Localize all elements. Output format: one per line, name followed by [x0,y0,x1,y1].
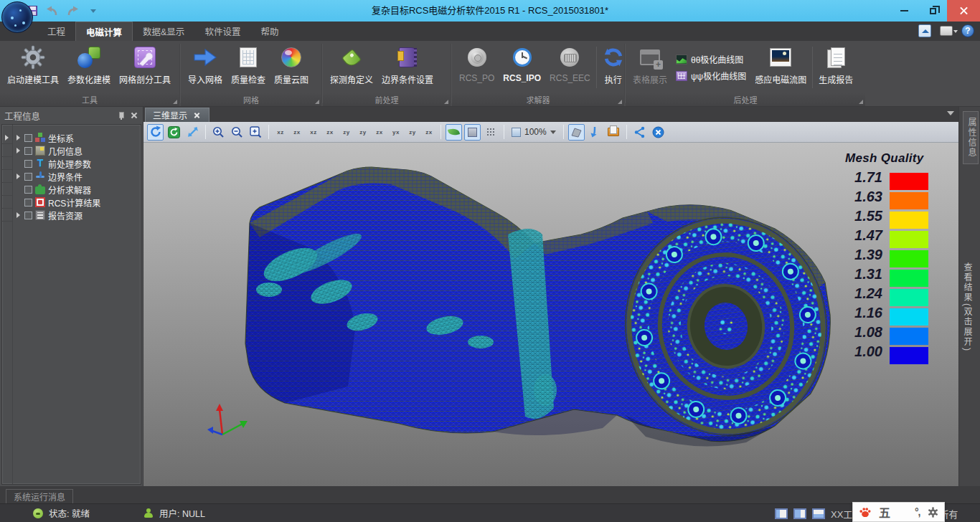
mesh-partition-tool-button[interactable]: 网格剖分工具 [115,42,175,92]
tab-view-results[interactable]: 查看结果(双击展开) [961,262,974,351]
tab-software-settings[interactable]: 软件设置 [194,22,250,41]
zoom-out-icon[interactable] [229,124,245,141]
view-zx-back-icon[interactable]: zx [323,124,337,141]
minimize-button[interactable] [890,0,918,22]
expand-arrow-icon[interactable] [16,148,22,153]
zoom-fit-icon[interactable] [248,124,264,141]
theta-polarization-curve-button[interactable]: θθ极化曲线图 [676,53,746,65]
smooth-shading-icon[interactable] [446,124,462,141]
pin-icon[interactable] [117,111,126,120]
help-icon[interactable]: ? [960,23,976,39]
restore-button[interactable] [918,0,947,22]
orbit-rotate-icon[interactable] [147,124,164,141]
expand-arrow-icon[interactable] [16,135,22,141]
layers-folder-icon[interactable] [606,124,622,141]
group-expand-icon[interactable] [618,100,622,104]
tab-3d-display[interactable]: 三维显示 [145,108,209,122]
surface-pick-icon[interactable] [568,124,585,141]
view-iso-4-icon[interactable]: zx [422,124,436,141]
view-zx-icon[interactable]: zx [290,124,304,141]
tree-item-rcs-results[interactable]: RCS计算结果 [13,196,141,209]
group-expand-icon[interactable] [315,100,319,104]
panel-close-icon[interactable] [130,111,138,120]
tree-item-analysis-solver[interactable]: 分析求解器 [13,183,141,196]
layout-bottom-panel-icon[interactable] [812,508,825,519]
tab-project[interactable]: 工程 [37,22,75,41]
ime-mode-button[interactable]: 五 [879,503,890,521]
zoom-in-icon[interactable] [210,124,227,141]
rcs-eec-button[interactable]: RCS_EEC [545,42,595,92]
tab-close-icon[interactable] [193,111,202,120]
refresh-view-icon[interactable] [166,124,182,141]
gear-icon [21,45,45,70]
clear-view-icon[interactable] [650,124,666,141]
tab-data-display[interactable]: 数据&显示 [133,22,194,41]
checkbox[interactable] [24,147,32,155]
parametric-modeling-button[interactable]: 参数化建模 [63,42,115,92]
view-iso-3-icon[interactable]: zy [405,124,420,141]
rcs-ipo-button[interactable]: RCS_IPO [499,42,545,92]
flat-shading-icon[interactable] [464,124,481,141]
psi-polarization-curve-button[interactable]: ψψ极化曲线图 [676,70,746,82]
tree-item-geometry-info[interactable]: 几何信息 [13,144,141,157]
tree-item-boundary-conditions[interactable]: 边界条件 [13,170,141,183]
pan-resize-icon[interactable] [184,124,201,141]
view-xz-icon[interactable]: xz [273,124,288,141]
app-logo-icon[interactable] [1,1,33,33]
viewport-3d-canvas[interactable]: Mesh Quality 1.71 1.63 1.55 1.47 1.39 1.… [143,143,958,486]
tab-property-info[interactable]: 属性信息 [963,111,979,164]
ime-halfwidth-moon-icon[interactable] [897,507,908,517]
ime-logo-icon[interactable] [859,506,872,518]
legend-band [890,192,928,209]
green-tag-icon [344,45,359,70]
tab-list-dropdown-icon[interactable] [947,111,954,115]
rcs-po-button[interactable]: RCS_PO [455,42,499,92]
view-xz-back-icon[interactable]: xz [306,124,321,141]
wireframe-icon[interactable] [483,124,499,141]
import-mesh-button[interactable]: 导入网格 [184,42,227,92]
tab-help[interactable]: 帮助 [250,22,288,41]
ime-toolbar[interactable]: 五 °, [852,502,945,522]
tab-em-compute[interactable]: 电磁计算 [75,22,133,41]
collapse-ribbon-icon[interactable] [917,23,933,39]
induced-current-map-button[interactable]: 感应电磁流图 [750,42,811,92]
window-controls [890,0,980,22]
close-button[interactable] [947,0,980,22]
checkbox[interactable] [24,186,32,194]
quality-cloud-button[interactable]: 质量云图 [270,42,313,92]
arrow-down-icon[interactable] [587,124,603,141]
group-expand-icon[interactable] [444,100,448,104]
expand-arrow-icon[interactable] [16,212,22,218]
view-iso-2-icon[interactable]: yx [389,124,403,141]
checkbox[interactable] [24,160,32,168]
tree-item-coordinate-system[interactable]: 坐标系 [13,131,141,144]
checkbox[interactable] [24,212,32,219]
tree-item-report-resources[interactable]: 报告资源 [13,209,141,222]
tab-system-messages[interactable]: 系统运行消息 [6,489,73,503]
share-flip-icon[interactable] [631,124,648,141]
tree-item-preprocess-params[interactable]: T 前处理参数 [13,157,141,170]
display-style-icon[interactable] [938,23,954,39]
quality-check-button[interactable]: 质量检查 [227,42,270,92]
probe-angle-button[interactable]: 探测角定义 [326,42,377,92]
ime-settings-gear-icon[interactable] [928,507,938,518]
table-display-button[interactable]: 表格展示 [628,42,672,92]
group-expand-icon[interactable] [173,100,177,104]
zoom-level-select[interactable]: 100% [509,124,559,141]
generate-report-button[interactable]: 生成报告 [814,42,857,92]
boundary-settings-button[interactable]: 边界条件设置 [377,42,438,92]
checkbox[interactable] [24,199,32,207]
layout-left-panel-icon[interactable] [775,508,788,519]
group-expand-icon[interactable] [859,100,863,104]
view-zy-back-icon[interactable]: zy [356,124,370,141]
layout-wide-panel-icon[interactable] [793,508,806,519]
checkbox[interactable] [24,134,32,142]
launch-modeling-tool-button[interactable]: 启动建模工具 [3,42,63,92]
view-iso-1-icon[interactable]: zx [372,124,387,141]
group-label-postprocess: 后处理 [626,92,865,106]
expand-arrow-icon[interactable] [16,174,22,179]
legend-value: 1.55 [845,209,882,223]
checkbox[interactable] [24,173,32,181]
ime-punctuation-button[interactable]: °, [915,506,920,518]
view-zy-icon[interactable]: zy [339,124,354,141]
